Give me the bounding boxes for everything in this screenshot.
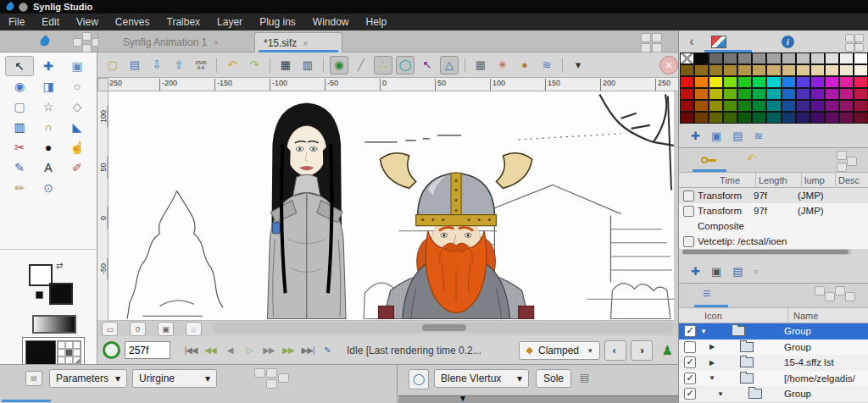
palette-swatch[interactable] (694, 100, 709, 112)
params-panel-icon[interactable]: ▤ (25, 371, 42, 386)
info-icon[interactable]: i (782, 36, 794, 48)
new-document-icon[interactable]: ▢ (103, 56, 122, 75)
prev-keyframe-button[interactable]: ◀◀ (202, 342, 219, 359)
keyframe-row[interactable]: Transform97f(JMP) (679, 188, 868, 203)
render-preview-pen-button[interactable]: ✎ (319, 342, 336, 359)
palette-swatch[interactable] (854, 88, 868, 100)
panel-prev-button[interactable]: ‹ (679, 34, 704, 49)
palette-swatch[interactable] (752, 76, 766, 88)
palette-swatch[interactable] (752, 112, 766, 124)
palette-swatch[interactable] (766, 112, 781, 124)
palette-swatch[interactable] (723, 112, 737, 124)
sole-button[interactable]: Sole (536, 369, 571, 388)
document-tab[interactable]: Synfig Animation 1× (114, 32, 250, 52)
zoom-normal-button[interactable]: 0 (130, 322, 146, 336)
keyframes-scrollbar[interactable] (682, 249, 852, 255)
palette-swatch[interactable] (810, 88, 825, 100)
parameters-dropdown[interactable]: Parameters ▾ (49, 369, 127, 388)
cutout-tool[interactable]: ✂ (5, 137, 34, 157)
palette-swatch[interactable] (839, 112, 854, 124)
import-icon[interactable]: ⇩ (147, 56, 166, 75)
palette-swatch[interactable] (854, 100, 868, 112)
timetrack-ruler[interactable]: ▼ (398, 395, 678, 403)
palette-swatch[interactable] (782, 76, 796, 88)
menu-item-layer[interactable]: Layer (209, 14, 251, 30)
dock-handle[interactable] (837, 163, 847, 172)
dock-handle[interactable] (845, 34, 854, 42)
transform-tool[interactable]: ↖ (5, 56, 34, 76)
palette-swatch[interactable] (839, 64, 854, 76)
pencil-tool[interactable]: ✏ (5, 178, 34, 198)
raise-layer-icon[interactable]: ▤ (732, 265, 743, 278)
brush-tool[interactable]: ✐ (63, 157, 92, 178)
palette-swatch[interactable] (680, 64, 694, 76)
expander-icon[interactable]: ▼ (699, 328, 708, 335)
toggle-rendering-button[interactable]: ▭ (102, 322, 118, 336)
width-tool[interactable]: ◨ (34, 76, 63, 97)
palette-swatch[interactable] (782, 112, 796, 124)
curves-tab-icon[interactable]: ↶ (747, 152, 757, 165)
show-tangent-handles-icon[interactable]: ∴ (374, 56, 392, 75)
palette-swatch[interactable] (782, 88, 796, 100)
palette-swatch[interactable] (723, 64, 737, 76)
palette-swatch[interactable] (694, 88, 709, 100)
palette-swatch[interactable] (825, 112, 839, 124)
column-desc[interactable]: Desc (838, 175, 860, 185)
circle-tool[interactable]: ○ (63, 76, 92, 97)
fill-tool[interactable]: ◣ (63, 117, 92, 137)
palette-swatch[interactable] (766, 64, 781, 76)
palette-swatch[interactable] (723, 52, 737, 64)
menu-item-plug-ins[interactable]: Plug ins (251, 14, 304, 30)
palette-swatch[interactable] (782, 100, 796, 112)
expander-icon[interactable]: ▶ (708, 359, 716, 367)
palette-swatch[interactable] (709, 112, 723, 124)
window-menu-icon[interactable] (19, 3, 28, 12)
layer-checkbox[interactable]: ✓ (684, 373, 696, 384)
dock-handle[interactable] (845, 292, 855, 301)
close-canvas-button[interactable]: ✕ (659, 56, 678, 75)
show-radius-handles-icon[interactable]: ◯ (396, 56, 415, 75)
dock-handle[interactable] (92, 38, 99, 47)
future-keyframe-lock-button[interactable]: ◑ (631, 340, 653, 361)
menu-item-file[interactable]: File (0, 14, 33, 30)
dock-handle[interactable] (278, 373, 289, 383)
palette-swatch[interactable] (854, 76, 868, 88)
menu-item-cenves[interactable]: Cenves (107, 14, 159, 30)
palette-swatch[interactable] (810, 112, 825, 124)
palette-swatch[interactable] (766, 88, 781, 100)
seek-begin-button[interactable]: |◀◀ (182, 342, 199, 359)
layer-row[interactable]: ✓▼Group (679, 386, 868, 402)
layers-tab-icon[interactable]: ≡ (703, 286, 710, 301)
palette-swatch[interactable] (825, 88, 839, 100)
palette-swatch[interactable] (810, 76, 825, 88)
menu-item-help[interactable]: Help (358, 14, 396, 30)
dock-handle[interactable] (266, 379, 277, 389)
palette-swatch[interactable] (680, 112, 694, 124)
tab-scroll-button[interactable] (641, 43, 651, 52)
dock-handle[interactable] (82, 44, 92, 52)
time-cursor[interactable]: ▼ (459, 395, 467, 403)
show-position-handles-icon[interactable]: ◉ (330, 56, 348, 75)
palette-swatch[interactable] (737, 52, 752, 64)
brush-size-grid[interactable] (57, 340, 81, 365)
palette-swatch[interactable] (752, 52, 766, 64)
mirror-tool[interactable]: ▣ (63, 56, 92, 76)
palette-swatch[interactable] (839, 100, 854, 112)
palette-swatch[interactable] (839, 76, 854, 88)
duplicate-layer-icon[interactable]: ▫ (754, 265, 759, 278)
palette-swatch[interactable] (709, 64, 723, 76)
star-tool[interactable]: ☆ (34, 97, 63, 117)
menu-item-view[interactable]: View (68, 14, 107, 30)
palette-swatch[interactable] (723, 88, 737, 100)
palette-tab-icon[interactable] (711, 36, 726, 48)
palette-swatch[interactable] (766, 76, 781, 88)
save-palette-icon[interactable]: ▤ (732, 130, 743, 142)
menu-item-edit[interactable]: Edit (33, 14, 68, 30)
lowres-settings-icon[interactable]: 2545 0.6 (192, 60, 210, 70)
preview-icon[interactable]: ▥ (298, 56, 317, 75)
palette-swatch[interactable] (810, 100, 825, 112)
palette-swatch[interactable] (737, 88, 752, 100)
palette-swatch[interactable] (854, 112, 868, 124)
reset-view-button[interactable]: ⌂ (186, 322, 202, 336)
palette-swatch[interactable] (694, 76, 709, 88)
